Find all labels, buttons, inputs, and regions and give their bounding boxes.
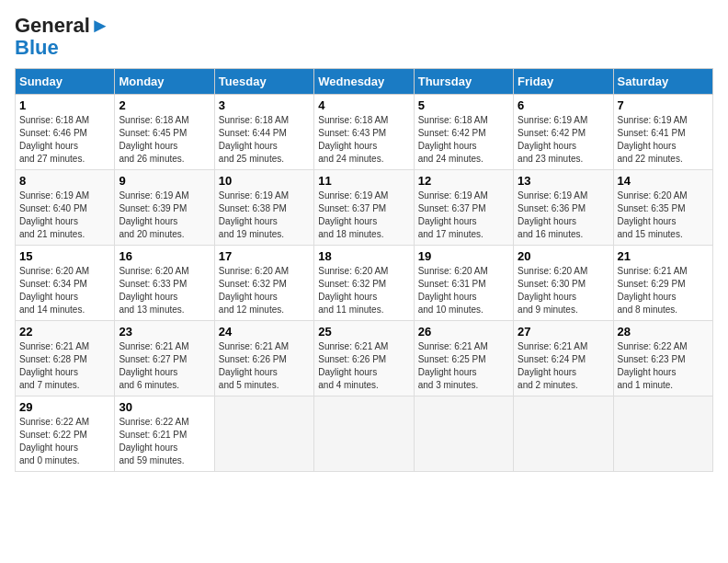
calendar-cell: 15Sunrise: 6:20 AMSunset: 6:34 PMDayligh…: [16, 246, 115, 321]
day-number: 13: [518, 174, 609, 188]
logo-flag-icon: ►: [90, 14, 110, 37]
day-number: 15: [19, 249, 110, 263]
calendar-cell: 2Sunrise: 6:18 AMSunset: 6:45 PMDaylight…: [115, 95, 214, 170]
weekday-header-tuesday: Tuesday: [214, 69, 313, 95]
day-info: Sunrise: 6:19 AMSunset: 6:41 PMDaylight …: [618, 115, 688, 164]
weekday-header-saturday: Saturday: [613, 69, 712, 95]
day-info: Sunrise: 6:19 AMSunset: 6:37 PMDaylight …: [318, 190, 388, 239]
day-number: 17: [219, 249, 310, 263]
weekday-header-wednesday: Wednesday: [314, 69, 414, 95]
day-info: Sunrise: 6:19 AMSunset: 6:42 PMDaylight …: [518, 115, 587, 164]
day-number: 30: [119, 400, 210, 414]
day-number: 21: [618, 249, 709, 263]
day-info: Sunrise: 6:22 AMSunset: 6:21 PMDaylight …: [119, 417, 188, 465]
day-number: 22: [19, 325, 110, 339]
day-info: Sunrise: 6:21 AMSunset: 6:26 PMDaylight …: [318, 341, 388, 390]
calendar-cell: [613, 396, 712, 472]
calendar-row: 1Sunrise: 6:18 AMSunset: 6:46 PMDaylight…: [16, 95, 713, 170]
day-number: 24: [219, 325, 310, 339]
day-number: 29: [19, 400, 110, 414]
calendar-cell: 20Sunrise: 6:20 AMSunset: 6:30 PMDayligh…: [514, 246, 613, 321]
day-info: Sunrise: 6:18 AMSunset: 6:43 PMDaylight …: [318, 115, 388, 164]
day-number: 25: [318, 325, 409, 339]
day-number: 5: [418, 98, 509, 112]
day-number: 16: [119, 249, 210, 263]
logo-blue-text: Blue: [15, 37, 110, 59]
day-number: 28: [618, 325, 709, 339]
weekday-header-sunday: Sunday: [16, 69, 115, 95]
day-number: 8: [19, 174, 110, 188]
calendar-cell: 7Sunrise: 6:19 AMSunset: 6:41 PMDaylight…: [613, 95, 712, 170]
day-info: Sunrise: 6:19 AMSunset: 6:38 PMDaylight …: [219, 190, 289, 239]
page-header: General► Blue: [15, 15, 713, 59]
day-info: Sunrise: 6:20 AMSunset: 6:35 PMDaylight …: [618, 190, 688, 239]
day-info: Sunrise: 6:22 AMSunset: 6:23 PMDaylight …: [618, 341, 688, 390]
calendar-row: 15Sunrise: 6:20 AMSunset: 6:34 PMDayligh…: [16, 246, 713, 321]
logo: General► Blue: [15, 15, 110, 59]
calendar-cell: 17Sunrise: 6:20 AMSunset: 6:32 PMDayligh…: [214, 246, 313, 321]
day-number: 6: [518, 98, 609, 112]
calendar-cell: 3Sunrise: 6:18 AMSunset: 6:44 PMDaylight…: [214, 95, 313, 170]
weekday-header-monday: Monday: [115, 69, 214, 95]
day-number: 3: [219, 98, 310, 112]
day-number: 14: [618, 174, 709, 188]
calendar-cell: [214, 396, 313, 472]
day-number: 18: [318, 249, 409, 263]
calendar-cell: 27Sunrise: 6:21 AMSunset: 6:24 PMDayligh…: [514, 321, 613, 396]
day-info: Sunrise: 6:22 AMSunset: 6:22 PMDaylight …: [19, 417, 89, 465]
calendar-cell: 12Sunrise: 6:19 AMSunset: 6:37 PMDayligh…: [414, 170, 513, 246]
day-number: 11: [318, 174, 409, 188]
day-number: 19: [418, 249, 509, 263]
day-info: Sunrise: 6:20 AMSunset: 6:30 PMDaylight …: [518, 266, 587, 315]
calendar-cell: 11Sunrise: 6:19 AMSunset: 6:37 PMDayligh…: [314, 170, 414, 246]
day-info: Sunrise: 6:20 AMSunset: 6:34 PMDaylight …: [19, 266, 89, 315]
day-number: 10: [219, 174, 310, 188]
calendar-cell: 4Sunrise: 6:18 AMSunset: 6:43 PMDaylight…: [314, 95, 414, 170]
day-info: Sunrise: 6:20 AMSunset: 6:31 PMDaylight …: [418, 266, 488, 315]
day-number: 27: [518, 325, 609, 339]
day-info: Sunrise: 6:21 AMSunset: 6:26 PMDaylight …: [219, 341, 289, 390]
calendar-cell: 13Sunrise: 6:19 AMSunset: 6:36 PMDayligh…: [514, 170, 613, 246]
day-number: 26: [418, 325, 509, 339]
calendar-cell: [314, 396, 414, 472]
day-number: 1: [19, 98, 110, 112]
calendar-table: SundayMondayTuesdayWednesdayThursdayFrid…: [15, 68, 713, 472]
day-number: 12: [418, 174, 509, 188]
day-info: Sunrise: 6:18 AMSunset: 6:42 PMDaylight …: [418, 115, 488, 164]
day-info: Sunrise: 6:18 AMSunset: 6:44 PMDaylight …: [219, 115, 289, 164]
weekday-header-friday: Friday: [514, 69, 613, 95]
day-info: Sunrise: 6:20 AMSunset: 6:32 PMDaylight …: [219, 266, 289, 315]
day-info: Sunrise: 6:19 AMSunset: 6:36 PMDaylight …: [518, 190, 587, 239]
calendar-cell: 9Sunrise: 6:19 AMSunset: 6:39 PMDaylight…: [115, 170, 214, 246]
calendar-cell: 18Sunrise: 6:20 AMSunset: 6:32 PMDayligh…: [314, 246, 414, 321]
calendar-cell: 10Sunrise: 6:19 AMSunset: 6:38 PMDayligh…: [214, 170, 313, 246]
day-info: Sunrise: 6:19 AMSunset: 6:37 PMDaylight …: [418, 190, 488, 239]
day-info: Sunrise: 6:18 AMSunset: 6:46 PMDaylight …: [19, 115, 89, 164]
calendar-cell: 29Sunrise: 6:22 AMSunset: 6:22 PMDayligh…: [16, 396, 115, 472]
day-info: Sunrise: 6:21 AMSunset: 6:29 PMDaylight …: [618, 266, 688, 315]
day-number: 9: [119, 174, 210, 188]
calendar-cell: 16Sunrise: 6:20 AMSunset: 6:33 PMDayligh…: [115, 246, 214, 321]
calendar-cell: 5Sunrise: 6:18 AMSunset: 6:42 PMDaylight…: [414, 95, 513, 170]
day-info: Sunrise: 6:21 AMSunset: 6:28 PMDaylight …: [19, 341, 89, 390]
calendar-row: 8Sunrise: 6:19 AMSunset: 6:40 PMDaylight…: [16, 170, 713, 246]
day-info: Sunrise: 6:21 AMSunset: 6:27 PMDaylight …: [119, 341, 188, 390]
day-number: 23: [119, 325, 210, 339]
day-number: 4: [318, 98, 409, 112]
day-info: Sunrise: 6:21 AMSunset: 6:24 PMDaylight …: [518, 341, 587, 390]
calendar-cell: [514, 396, 613, 472]
day-info: Sunrise: 6:20 AMSunset: 6:32 PMDaylight …: [318, 266, 388, 315]
calendar-cell: 25Sunrise: 6:21 AMSunset: 6:26 PMDayligh…: [314, 321, 414, 396]
calendar-cell: 21Sunrise: 6:21 AMSunset: 6:29 PMDayligh…: [613, 246, 712, 321]
weekday-header-row: SundayMondayTuesdayWednesdayThursdayFrid…: [16, 69, 713, 95]
calendar-cell: 19Sunrise: 6:20 AMSunset: 6:31 PMDayligh…: [414, 246, 513, 321]
calendar-cell: 28Sunrise: 6:22 AMSunset: 6:23 PMDayligh…: [613, 321, 712, 396]
calendar-cell: 22Sunrise: 6:21 AMSunset: 6:28 PMDayligh…: [16, 321, 115, 396]
day-info: Sunrise: 6:18 AMSunset: 6:45 PMDaylight …: [119, 115, 188, 164]
calendar-cell: 30Sunrise: 6:22 AMSunset: 6:21 PMDayligh…: [115, 396, 214, 472]
day-number: 20: [518, 249, 609, 263]
calendar-cell: 23Sunrise: 6:21 AMSunset: 6:27 PMDayligh…: [115, 321, 214, 396]
day-number: 7: [618, 98, 709, 112]
calendar-row: 22Sunrise: 6:21 AMSunset: 6:28 PMDayligh…: [16, 321, 713, 396]
calendar-cell: 14Sunrise: 6:20 AMSunset: 6:35 PMDayligh…: [613, 170, 712, 246]
